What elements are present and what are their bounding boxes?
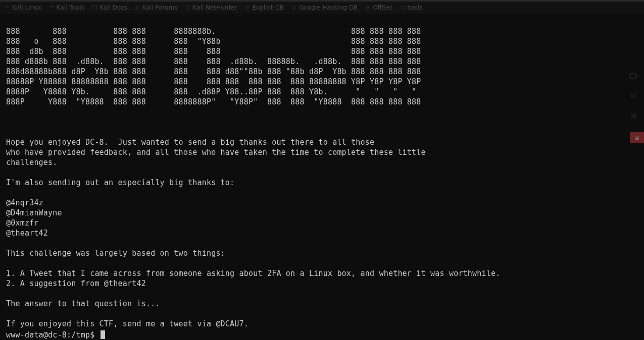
google-icon [291, 5, 297, 11]
bookmark-label: Google Hacking DB [299, 4, 358, 11]
dragon-icon [48, 5, 55, 11]
svg-rect-0 [92, 6, 96, 10]
cloud-icon[interactable] [628, 71, 639, 82]
shell-prompt: www-data@dc-8:/tmp$ [6, 330, 100, 339]
bookmark-kali-nethunter[interactable]: Kali NetHunter [185, 4, 237, 11]
terminal[interactable]: 888 888 888 888 8888888b. 888 888 888 88… [0, 14, 644, 340]
bookmark-offsec[interactable]: OffSec [365, 4, 392, 11]
bookmark-label: OffSec [373, 4, 392, 11]
bookmark-label: Kali Tools [57, 4, 84, 11]
bookmark-kali-forums[interactable]: Kali Forums [134, 4, 178, 11]
lang-zh-icon[interactable]: 中 [628, 91, 639, 102]
shield-icon [185, 5, 191, 11]
bookmark-label: Kali Forums [142, 4, 178, 11]
ime-panel: 中 译 [628, 71, 639, 122]
bookmark-kali-tools[interactable]: Kali Tools [48, 4, 84, 11]
svg-point-3 [366, 6, 370, 10]
cursor [101, 330, 105, 339]
bookmarks-bar: Kali Linux Kali Tools Kali Docs Kali For… [0, 2, 644, 14]
bookmark-tools-folder[interactable]: tools [400, 4, 423, 11]
terminal-body-text: Hope you enjoyed DC-8. Just wanted to se… [6, 107, 639, 329]
bookmark-kali-linux[interactable]: Kali Linux [4, 4, 41, 11]
folder-icon [400, 5, 406, 11]
bookmark-exploit-db[interactable]: Exploit-DB [244, 4, 284, 11]
svg-point-1 [245, 6, 249, 9]
book-icon [91, 5, 97, 11]
dragon-icon [4, 5, 10, 11]
bookmark-label: Kali NetHunter [193, 4, 237, 11]
bookmark-kali-docs[interactable]: Kali Docs [91, 4, 127, 11]
expand-icon [633, 134, 640, 141]
bookmark-label: Exploit-DB [252, 4, 284, 11]
svg-point-2 [292, 6, 296, 10]
offsec-icon [365, 5, 371, 11]
translate-icon[interactable]: 译 [628, 111, 639, 122]
ascii-banner: 888 888 888 888 8888888b. 888 888 888 88… [6, 26, 639, 107]
x-icon [134, 5, 140, 11]
bug-icon [244, 5, 250, 11]
bookmark-label: tools [408, 4, 423, 11]
bookmark-label: Kali Linux [12, 4, 41, 11]
prompt-line: www-data@dc-8:/tmp$ [6, 330, 639, 340]
expand-tab[interactable] [630, 132, 644, 143]
bookmark-label: Kali Docs [100, 4, 127, 11]
bookmark-google-hacking-db[interactable]: Google Hacking DB [291, 4, 358, 11]
